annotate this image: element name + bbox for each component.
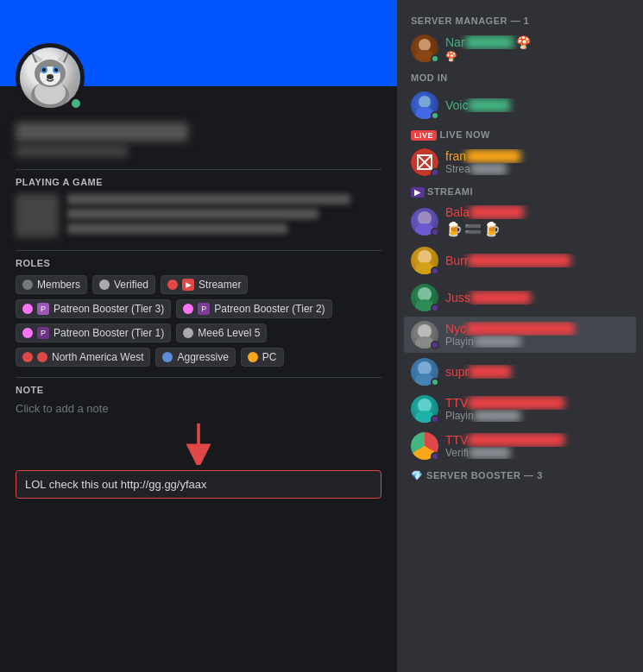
- member-item-active[interactable]: Nycxxxxxxxxxxxxxxxxxx Playinxxxxxxxxx: [404, 317, 636, 353]
- role-mee6: Mee6 Level 5: [176, 323, 267, 342]
- member-info: TTVxxxxxxxxxxxxxxxx Verifixxxxxxxx: [445, 433, 629, 459]
- svg-point-10: [42, 68, 46, 72]
- role-label: North America West: [52, 351, 143, 363]
- member-name: franxxxxxxxxx: [445, 149, 629, 163]
- note-label: NOTE: [16, 385, 381, 395]
- emoji-icon2: 🟰: [464, 221, 482, 237]
- game-row: [16, 194, 381, 238]
- member-item[interactable]: Burrxxxxxxxxxxxxxxxxx: [404, 242, 636, 279]
- role-dot2: [37, 352, 47, 362]
- role-patreon-tier2: P Patreon Booster (Tier 2): [176, 299, 331, 318]
- role-patreon-tier3: P Patreon Booster (Tier 3): [16, 299, 171, 318]
- member-avatar: [411, 358, 438, 386]
- member-info: franxxxxxxxxx Streaxxxxxxx: [445, 149, 629, 175]
- svg-point-22: [418, 250, 432, 264]
- member-item[interactable]: TTVxxxxxxxxxxxxxxxx Playinxxxxxxxxx: [404, 391, 636, 427]
- role-icon-patreon3: P: [37, 303, 49, 315]
- role-dot: [183, 304, 193, 314]
- svg-point-30: [418, 399, 432, 412]
- section-header-mod: MOD IN: [397, 67, 643, 86]
- role-icon: 🍄: [445, 51, 457, 62]
- status-dot: [431, 415, 439, 424]
- svg-point-15: [419, 39, 431, 51]
- emoji-icon1: 🍺: [445, 221, 463, 237]
- member-item[interactable]: franxxxxxxxxx Streaxxxxxxx: [404, 144, 636, 180]
- member-info: TTVxxxxxxxxxxxxxxxx Playinxxxxxxxxx: [445, 396, 629, 422]
- svg-point-12: [47, 74, 54, 79]
- role-dot: [22, 328, 33, 338]
- profile-banner: [0, 0, 397, 86]
- role-label: Aggressive: [177, 351, 228, 363]
- member-sub: Streaxxxxxxx: [445, 163, 629, 175]
- member-sub: Playinxxxxxxxxx: [445, 410, 629, 422]
- member-name: suprxxxxxxx: [445, 365, 629, 379]
- member-name: Voicxxxxxxx: [445, 98, 629, 112]
- game-thumbnail: [16, 194, 59, 237]
- role-dot: [22, 304, 33, 314]
- role-verified: Verified: [92, 275, 155, 294]
- member-info: Narxxxxxxxx 🍄 🍄: [445, 35, 629, 62]
- status-dot: [431, 267, 439, 275]
- role-label: PC: [262, 351, 277, 363]
- live-badge: LIVE: [411, 130, 437, 141]
- avatar-wrapper: [16, 43, 85, 112]
- member-info: Jussxxxxxxxxxx: [445, 291, 629, 305]
- role-aggressive: Aggressive: [155, 348, 235, 367]
- svg-point-20: [418, 211, 432, 225]
- booster-icon: 💎: [411, 470, 424, 480]
- arrow-wrapper: [16, 422, 381, 465]
- role-label: Members: [37, 279, 80, 291]
- member-item[interactable]: Balaxxxxxxxxx 🍺 🟰 🍺: [404, 201, 636, 242]
- member-item[interactable]: Narxxxxxxxx 🍄 🍄: [404, 30, 636, 66]
- status-dot: [431, 54, 439, 63]
- section-header-booster: 💎 SERVER BOOSTER — 3: [397, 465, 643, 485]
- member-info: Balaxxxxxxxxx 🍺 🟰 🍺: [445, 205, 629, 237]
- role-dot: [22, 352, 33, 362]
- role-icons-row: 🍺 🟰 🍺: [445, 221, 629, 237]
- role-dot: [22, 279, 33, 290]
- member-name: Jussxxxxxxxxxx: [445, 291, 629, 305]
- svg-point-26: [418, 324, 432, 338]
- member-avatar: [411, 284, 438, 311]
- member-item[interactable]: suprxxxxxxx: [404, 354, 636, 390]
- member-name: Burrxxxxxxxxxxxxxxxxx: [445, 254, 629, 267]
- member-sub: Playinxxxxxxxxx: [445, 336, 629, 348]
- role-dot: [248, 352, 258, 362]
- member-name: Nycxxxxxxxxxxxxxxxxxx: [445, 322, 629, 336]
- member-name: Narxxxxxxxx 🍄: [445, 35, 629, 49]
- member-avatar: [411, 247, 438, 274]
- member-item[interactable]: TTVxxxxxxxxxxxxxxxx Verifixxxxxxxx: [404, 428, 636, 464]
- role-icon-patreon1: P: [37, 327, 49, 339]
- member-item[interactable]: Jussxxxxxxxxxx: [404, 279, 636, 316]
- role-label: Patreon Booster (Tier 3): [54, 303, 164, 315]
- roles-grid: Members Verified ▶ Streamer P Patreon Bo…: [16, 275, 381, 367]
- section-header-streaming: ▶ STREAMI: [397, 181, 643, 200]
- roles-label: ROLES: [16, 258, 381, 268]
- status-dot: [431, 228, 439, 236]
- member-info: Burrxxxxxxxxxxxxxxxxx: [445, 254, 629, 267]
- note-click-hint[interactable]: Click to add a note: [16, 402, 381, 415]
- member-avatar: [411, 148, 438, 176]
- emoji-icon3: 🍺: [483, 221, 501, 237]
- svg-point-24: [418, 287, 432, 301]
- member-avatar: [411, 91, 438, 119]
- note-input[interactable]: LOL check this out http://gg.gg/yfaax: [16, 470, 381, 499]
- role-label: Patreon Booster (Tier 1): [54, 327, 164, 339]
- game-desc-line1: [67, 209, 318, 219]
- role-label: Patreon Booster (Tier 2): [214, 303, 325, 315]
- member-name: TTVxxxxxxxxxxxxxxxx: [445, 433, 629, 447]
- member-avatar: [411, 395, 438, 423]
- role-streamer: ▶ Streamer: [161, 275, 248, 294]
- game-text: [67, 194, 381, 238]
- members-panel: SERVER MANAGER — 1 Narxxxxxxxx 🍄 🍄 MOD I…: [397, 0, 643, 672]
- stream-badge: ▶: [411, 187, 425, 198]
- section-header-live: LIVE LIVE NOW: [397, 124, 643, 143]
- status-dot: [431, 452, 439, 461]
- svg-point-28: [418, 361, 432, 375]
- status-dot: [431, 304, 439, 312]
- section-header-server-manager: SERVER MANAGER — 1: [397, 10, 643, 29]
- member-info: suprxxxxxxx: [445, 365, 629, 379]
- member-item[interactable]: Voicxxxxxxx: [404, 87, 636, 123]
- playing-game-label: PLAYING A GAME: [16, 177, 381, 187]
- username-blurred: [16, 122, 188, 141]
